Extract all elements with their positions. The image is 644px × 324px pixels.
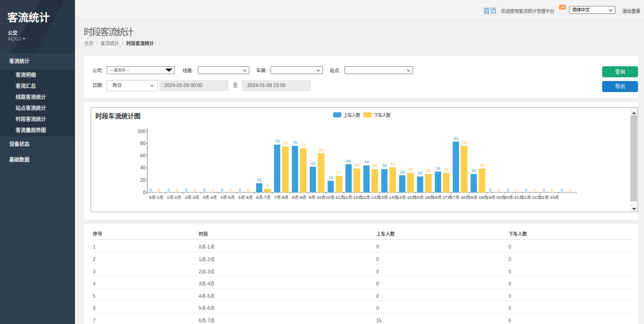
svg-text:28: 28 — [400, 169, 405, 174]
svg-text:7点-8点: 7点-8点 — [274, 195, 288, 200]
svg-text:78: 78 — [275, 139, 280, 144]
svg-text:13点-14点: 13点-14点 — [379, 195, 398, 200]
svg-text:38: 38 — [382, 163, 387, 168]
svg-text:64: 64 — [319, 147, 324, 152]
svg-text:100: 100 — [138, 128, 146, 134]
svg-text:8点-9点: 8点-9点 — [292, 195, 306, 200]
svg-text:0: 0 — [239, 187, 241, 192]
svg-text:34: 34 — [436, 166, 441, 171]
svg-text:17点-18点: 17点-18点 — [451, 195, 470, 200]
svg-text:0: 0 — [247, 187, 249, 192]
svg-text:9点-10点: 9点-10点 — [309, 195, 325, 200]
svg-text:0: 0 — [229, 187, 231, 192]
svg-text:0: 0 — [185, 187, 188, 192]
svg-text:30: 30 — [472, 168, 477, 173]
svg-text:0: 0 — [497, 187, 500, 192]
svg-text:75: 75 — [283, 140, 288, 145]
svg-text:76: 76 — [293, 140, 298, 145]
svg-text:26: 26 — [418, 170, 423, 175]
svg-text:40: 40 — [140, 165, 146, 170]
svg-text:39: 39 — [479, 162, 484, 168]
svg-text:5点-6点: 5点-6点 — [238, 195, 253, 200]
svg-text:83: 83 — [454, 136, 459, 141]
svg-text:0: 0 — [158, 187, 160, 192]
svg-text:21点-22点: 21点-22点 — [522, 195, 541, 200]
svg-text:20点-21点: 20点-21点 — [504, 195, 523, 200]
svg-text:0: 0 — [203, 187, 205, 192]
svg-text:27: 27 — [337, 170, 342, 175]
svg-text:80: 80 — [140, 140, 146, 146]
svg-text:0: 0 — [211, 187, 213, 192]
svg-text:72: 72 — [301, 142, 306, 147]
svg-text:18点-19点: 18点-19点 — [468, 195, 487, 200]
svg-text:11点-12点: 11点-12点 — [344, 195, 362, 200]
svg-text:6点-7点: 6点-7点 — [256, 195, 270, 200]
svg-text:4点-5点: 4点-5点 — [220, 195, 235, 200]
svg-text:0点-1点: 0点-1点 — [149, 195, 163, 200]
svg-text:22点-23点: 22点-23点 — [540, 195, 559, 200]
svg-text:0: 0 — [561, 187, 563, 192]
svg-text:15点-16点: 15点-16点 — [415, 195, 434, 200]
svg-text:76: 76 — [462, 140, 467, 145]
svg-text:0: 0 — [167, 187, 170, 192]
svg-text:15: 15 — [257, 177, 262, 182]
svg-text:0: 0 — [143, 190, 146, 195]
svg-text:38: 38 — [372, 163, 377, 168]
svg-text:0: 0 — [569, 187, 571, 192]
svg-text:0: 0 — [507, 187, 509, 192]
svg-text:0: 0 — [176, 187, 178, 192]
svg-text:12点-13点: 12点-13点 — [361, 195, 380, 200]
svg-text:19: 19 — [328, 175, 334, 180]
svg-text:0: 0 — [525, 187, 527, 192]
svg-text:6: 6 — [266, 183, 269, 188]
svg-text:30: 30 — [426, 168, 431, 173]
svg-text:0: 0 — [150, 187, 152, 192]
svg-text:2点-3点: 2点-3点 — [185, 195, 199, 200]
svg-text:20: 20 — [140, 177, 146, 183]
svg-text:32: 32 — [408, 167, 413, 172]
svg-text:0: 0 — [194, 187, 196, 192]
svg-text:16点-17点: 16点-17点 — [433, 195, 452, 200]
svg-text:42: 42 — [310, 161, 316, 166]
svg-text:39: 39 — [354, 162, 359, 168]
svg-text:1点-2点: 1点-2点 — [167, 195, 181, 200]
svg-text:60: 60 — [140, 153, 146, 158]
svg-text:14点-15点: 14点-15点 — [397, 195, 416, 200]
svg-text:0: 0 — [489, 187, 491, 192]
svg-text:0: 0 — [551, 187, 553, 192]
svg-text:0: 0 — [221, 187, 223, 192]
svg-text:0: 0 — [515, 187, 518, 192]
svg-text:0: 0 — [543, 187, 545, 192]
svg-text:0: 0 — [533, 187, 535, 192]
svg-text:3点-4点: 3点-4点 — [203, 195, 217, 200]
svg-text:19点-20点: 19点-20点 — [486, 195, 505, 200]
svg-text:32: 32 — [444, 167, 449, 172]
svg-text:46: 46 — [346, 158, 351, 163]
svg-text:41: 41 — [390, 161, 395, 166]
svg-text:10点-11点: 10点-11点 — [326, 195, 344, 200]
svg-text:44: 44 — [364, 159, 369, 164]
